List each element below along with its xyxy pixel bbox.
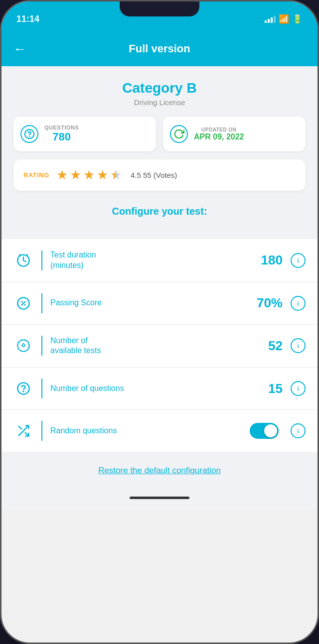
category-title: Category B: [13, 80, 306, 96]
passing-score-value: 70%: [253, 295, 283, 311]
divider-2: [41, 293, 42, 313]
category-subtitle: Driving License: [13, 98, 306, 107]
svg-point-11: [17, 340, 29, 352]
test-duration-value: 180: [253, 253, 283, 268]
random-questions-toggle[interactable]: [250, 423, 279, 439]
random-questions-row: Random questions: [1, 410, 318, 452]
home-indicator: [1, 486, 318, 510]
restore-link[interactable]: Restore the default configuration: [98, 466, 221, 475]
main-content: Category B Driving License QUESTIONS 780: [1, 66, 318, 510]
wifi-icon: 📶: [279, 14, 289, 24]
header: ← Full version: [1, 31, 318, 66]
passing-score-label: Passing Score: [50, 298, 245, 308]
random-questions-info-button[interactable]: [291, 423, 306, 438]
back-button[interactable]: ←: [13, 41, 26, 57]
available-tests-row: Number ofavailable tests 52: [1, 325, 318, 368]
num-questions-info-button[interactable]: [291, 381, 306, 396]
available-tests-value: 52: [253, 338, 283, 354]
star-2: ★: [70, 167, 81, 183]
questions-card: QUESTIONS 780: [13, 117, 156, 151]
info-cards: QUESTIONS 780 UPDATED ON APR 09, 2022: [13, 117, 306, 151]
num-questions-value: 15: [253, 381, 283, 396]
clock-icon: [13, 251, 33, 270]
shuffle-icon: [13, 421, 33, 441]
passing-score-row: Passing Score 70%: [1, 282, 318, 325]
divider-1: [41, 251, 42, 270]
notch: [120, 1, 199, 16]
svg-point-8: [24, 304, 25, 305]
star-1: ★: [56, 167, 68, 183]
status-time: 11:14: [16, 14, 39, 24]
updated-card: UPDATED ON APR 09, 2022: [163, 117, 306, 151]
questions-label: QUESTIONS: [44, 125, 79, 130]
updated-label: UPDATED ON: [194, 127, 244, 132]
toggle-track: [250, 423, 279, 439]
available-tests-icon: [13, 336, 33, 356]
passing-score-info-button[interactable]: [291, 296, 306, 311]
top-section: Category B Driving License QUESTIONS 780: [1, 66, 318, 239]
num-questions-icon: [13, 379, 33, 398]
divider-3: [41, 336, 42, 356]
rating-label: RATING: [23, 171, 49, 179]
rating-count: 4.5 55 (Votes): [131, 171, 177, 179]
home-bar: [130, 497, 189, 499]
config-rows: Test duration(minutes) 180: [1, 239, 318, 452]
test-duration-info-button[interactable]: [291, 253, 306, 268]
test-duration-row: Test duration(minutes) 180: [1, 239, 318, 282]
random-questions-label: Random questions: [50, 426, 242, 436]
signal-bars-icon: [265, 15, 276, 23]
test-duration-label: Test duration(minutes): [50, 250, 245, 271]
svg-point-7: [22, 301, 22, 302]
num-questions-label: Number of questions: [50, 384, 245, 394]
configure-title: Configure your test:: [112, 206, 207, 217]
questions-value: 780: [44, 130, 79, 143]
divider-5: [41, 421, 42, 441]
available-tests-info-button[interactable]: [291, 338, 306, 353]
available-tests-label: Number ofavailable tests: [50, 336, 245, 357]
star-5-half: ★: [110, 167, 122, 183]
footer-section: Restore the default configuration: [1, 452, 318, 486]
num-questions-row: Number of questions 15: [1, 368, 318, 410]
star-3: ★: [83, 167, 95, 183]
updated-icon: [170, 125, 188, 143]
header-title: Full version: [129, 42, 190, 55]
configure-section: Configure your test:: [13, 201, 306, 227]
questions-icon: [20, 125, 38, 143]
stars: ★ ★ ★ ★ ★: [56, 167, 122, 183]
divider-4: [41, 379, 42, 398]
svg-line-20: [19, 426, 22, 429]
rating-card: RATING ★ ★ ★ ★ ★ 4.5 55 (Votes): [13, 159, 306, 191]
phone-frame: 11:14 📶 🔋 ← Full version Category B Driv…: [0, 0, 319, 644]
status-icons: 📶 🔋: [265, 14, 303, 24]
toggle-thumb: [264, 424, 277, 437]
percent-icon: [13, 293, 33, 313]
updated-value: APR 09, 2022: [194, 132, 244, 141]
star-4: ★: [97, 167, 108, 183]
battery-icon: 🔋: [292, 14, 303, 24]
